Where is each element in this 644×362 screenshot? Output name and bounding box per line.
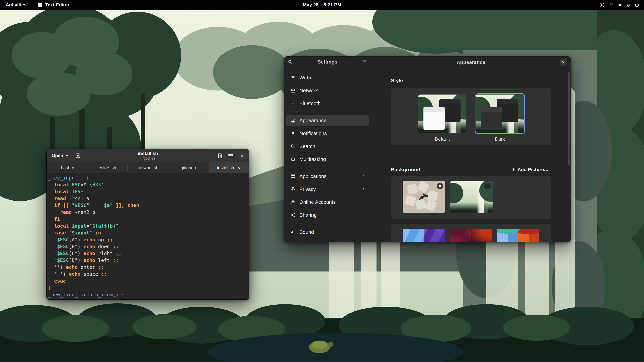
remove-background-button[interactable] <box>484 183 491 189</box>
apps-icon <box>290 174 296 179</box>
code-line: "$ESC[B") echo down ;; <box>48 243 249 250</box>
focused-app-menu[interactable]: Text Editor <box>38 2 70 8</box>
search-button[interactable] <box>288 59 293 64</box>
background-thumbnail-blue-orange-drips[interactable] <box>496 229 539 242</box>
sidebar-menu-button[interactable] <box>362 59 367 64</box>
code-line: fi <box>48 216 249 223</box>
sidebar-headerbar[interactable]: Settings <box>284 56 371 67</box>
sidebar-item-online-accounts[interactable]: Online Accounts <box>286 196 368 208</box>
top-bar: Activities Text Editor May 28 8:21 PM <box>0 0 644 10</box>
activities-button[interactable]: Activities <box>6 2 27 7</box>
style-thumbnail-default[interactable] <box>418 94 466 133</box>
sidebar-item-label: Search <box>299 143 315 149</box>
code-line: case "$input" in <box>48 229 249 236</box>
sidebar-item-applications[interactable]: Applications <box>286 170 368 182</box>
text-editor-icon <box>38 2 43 8</box>
at-icon <box>290 199 296 205</box>
bell-icon <box>290 131 296 136</box>
editor-tab-bashrc[interactable]: .bashrc <box>46 162 87 173</box>
time-label: 8:21 PM <box>324 2 341 7</box>
open-button[interactable]: Open <box>50 152 70 160</box>
tab-label: .gitignore <box>180 165 198 170</box>
sidebar-item-multitasking[interactable]: Multitasking <box>286 153 368 165</box>
editor-tab-install-sh[interactable]: install.sh <box>209 162 249 173</box>
preset-backgrounds-card <box>391 224 551 242</box>
close-window-button[interactable] <box>238 152 246 160</box>
main-menu-button[interactable] <box>228 152 234 159</box>
sidebar-item-label: Sharing <box>299 212 317 218</box>
style-option-label: Dark <box>495 136 505 142</box>
add-picture-button[interactable]: + Add Picture… <box>510 165 551 174</box>
code-line: } <box>48 284 249 291</box>
sidebar-item-wi-fi[interactable]: Wi-Fi <box>286 72 368 83</box>
document-properties-button[interactable] <box>217 152 223 159</box>
code-editor[interactable]: _key_input() { local ESC=$'\033' local I… <box>46 173 249 300</box>
sidebar-separator <box>287 223 368 223</box>
code-line: read -rsn2 b <box>48 209 249 216</box>
background-thumbnail-blue-purple-geometric[interactable] <box>403 229 445 242</box>
background-thumbnail-dragon-abstract[interactable] <box>403 181 445 213</box>
brightness-icon <box>600 2 605 7</box>
sidebar-item-bluetooth[interactable]: Bluetooth <box>286 97 368 109</box>
code-line: "$ESC[C") echo right ;; <box>48 250 249 257</box>
sidebar-item-label: Online Accounts <box>299 199 336 205</box>
tab-label: .bashrc <box>60 165 74 170</box>
settings-panel: Appearance Style DefaultDark Background … <box>371 56 571 242</box>
sidebar-item-notifications[interactable]: Notifications <box>286 128 368 139</box>
panel-headerbar[interactable]: Appearance <box>371 56 571 68</box>
sidebar-item-search[interactable]: Search <box>286 140 368 152</box>
sidebar-item-label: Privacy <box>299 186 316 192</box>
style-option-dark[interactable]: Dark <box>475 94 525 145</box>
background-heading: Background <box>391 167 420 172</box>
settings-window: Settings Wi-FiNetworkBluetoothAppearance… <box>284 56 571 242</box>
privacy-icon <box>290 187 296 192</box>
sidebar-separator <box>287 111 368 111</box>
plus-icon: + <box>512 167 515 172</box>
clock-button[interactable]: May 28 8:21 PM <box>302 2 342 8</box>
tab-close-icon[interactable] <box>237 166 241 170</box>
text-editor-window: Open install.sh ~/dotfiles <box>46 149 250 300</box>
power-icon <box>634 2 640 7</box>
close-settings-button[interactable] <box>560 59 567 66</box>
sidebar-item-sharing[interactable]: Sharing <box>286 209 368 221</box>
editor-tab-gitignore[interactable]: .gitignore <box>168 162 209 173</box>
close-icon <box>561 60 565 64</box>
new-tab-button[interactable] <box>75 152 81 159</box>
scrollbar[interactable] <box>568 72 570 166</box>
editor-headerbar[interactable]: Open install.sh ~/dotfiles <box>46 149 249 162</box>
chevron-down-icon <box>65 154 68 157</box>
sidebar-item-power[interactable]: Power <box>286 239 368 242</box>
style-heading: Style <box>391 78 403 83</box>
document-tools-icon <box>217 152 223 159</box>
hamburger-menu-icon <box>362 59 367 64</box>
remove-background-button[interactable] <box>437 183 444 189</box>
system-status-area[interactable] <box>600 0 640 10</box>
code-line: if [[ "$ESC" == "$a" ]]; then <box>48 202 249 209</box>
code-line: local input="${a}${b}" <box>48 223 249 229</box>
sidebar-item-sound[interactable]: Sound <box>286 226 368 238</box>
panel-title: Appearance <box>456 59 485 65</box>
chevron-right <box>361 174 366 178</box>
search-icon <box>288 59 293 64</box>
code-line: read -rsn1 a <box>48 195 249 202</box>
sidebar-item-privacy[interactable]: Privacy <box>286 183 368 195</box>
sidebar-item-network[interactable]: Network <box>286 85 368 96</box>
style-thumbnail-dark[interactable] <box>476 94 524 133</box>
chevron-icon <box>361 174 366 178</box>
sidebar-item-appearance[interactable]: Appearance <box>286 115 368 126</box>
background-thumbnail-red-maroon-waves[interactable] <box>450 229 492 242</box>
settings-sidebar: Settings Wi-FiNetworkBluetoothAppearance… <box>284 56 371 242</box>
code-line: "$ESC[A") echo up ;; <box>48 236 249 243</box>
sidebar-item-label: Wi-Fi <box>299 75 311 80</box>
editor-tab-colors-sh[interactable]: colors.sh <box>87 162 128 173</box>
appearance-icon <box>290 118 296 123</box>
background-thumbnail-forest-waterfall[interactable] <box>450 181 492 213</box>
wifi-icon <box>608 2 614 7</box>
document-title: install.sh ~/dotfiles <box>138 151 158 161</box>
sidebar-item-label: Sound <box>299 229 314 235</box>
hamburger-menu-icon <box>228 152 234 159</box>
editor-tab-network-sh[interactable]: network.sh <box>128 162 168 173</box>
sidebar-item-label: Applications <box>299 173 326 179</box>
chevron-right <box>361 187 366 191</box>
style-option-default[interactable]: Default <box>417 94 468 145</box>
